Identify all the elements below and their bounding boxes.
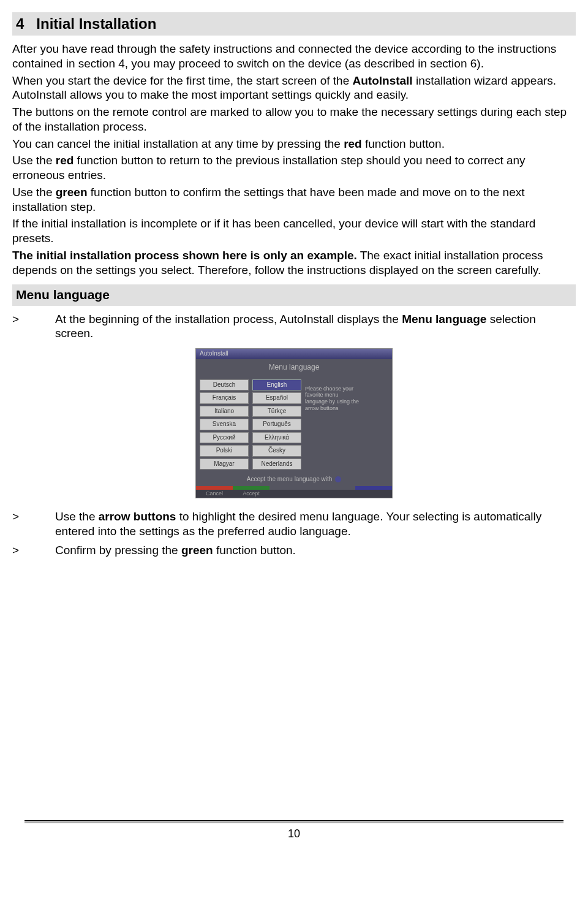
- body-paragraph: After you have read through the safety i…: [12, 42, 576, 71]
- text-run: When you start the device for the first …: [12, 74, 352, 87]
- screenshot-box: AutoInstall Menu language Deutsch França…: [195, 348, 393, 498]
- text-run: You can cancel the initial installation …: [12, 137, 344, 150]
- language-option: Italiano: [200, 406, 249, 417]
- body-paragraph: The initial installation process shown h…: [12, 248, 576, 278]
- body-paragraph: You can cancel the initial installation …: [12, 137, 576, 151]
- text-run: Use the: [55, 510, 99, 523]
- language-option: Türkçe: [252, 406, 301, 417]
- step-item: > Use the arrow buttons to highlight the…: [12, 509, 576, 539]
- language-option: Nederlands: [252, 459, 301, 470]
- text-run: function button.: [362, 137, 445, 150]
- screenshot-button-labels: Cancel Accept: [196, 490, 392, 498]
- section-heading: 4Initial Installation: [12, 12, 576, 36]
- bold-sentence: The initial installation process shown h…: [12, 249, 357, 262]
- embedded-screenshot: AutoInstall Menu language Deutsch França…: [12, 348, 576, 498]
- text-run: Accept the menu language with: [247, 476, 333, 482]
- bold-term: AutoInstall: [352, 74, 412, 87]
- screenshot-header: Menu language: [196, 359, 392, 376]
- body-paragraph: The buttons on the remote control are ma…: [12, 105, 576, 134]
- step-marker: >: [12, 543, 55, 558]
- text-run: function button to return to the previou…: [12, 154, 526, 181]
- text-run: At the beginning of the installation pro…: [55, 313, 402, 325]
- bold-term: arrow buttons: [99, 510, 176, 523]
- language-option: Svenska: [200, 419, 249, 430]
- text-run: function button.: [213, 544, 296, 557]
- bold-term: red: [56, 154, 74, 167]
- blue-label: [355, 490, 392, 498]
- language-column-2: English Español Türkçe Português Ελληνικ…: [252, 379, 301, 470]
- bold-term: green: [56, 186, 88, 199]
- step-text: Use the arrow buttons to highlight the d…: [55, 509, 576, 539]
- language-option: Français: [200, 392, 249, 404]
- step-marker: >: [12, 509, 55, 539]
- bold-term: green: [181, 544, 213, 557]
- language-option: Deutsch: [200, 379, 249, 391]
- screenshot-body: Deutsch Français Italiano Svenska Русски…: [196, 376, 392, 474]
- language-option-selected: English: [252, 379, 301, 391]
- label-spacer: [270, 490, 355, 498]
- text-run: Use the: [12, 186, 56, 199]
- text-run: Use the: [12, 154, 56, 167]
- step-item: > At the beginning of the installation p…: [12, 312, 576, 341]
- section-number: 4: [16, 15, 24, 32]
- language-option: Česky: [252, 445, 301, 457]
- step-marker: >: [12, 312, 55, 341]
- page-number: 10: [12, 827, 576, 841]
- language-option: Русский: [200, 432, 249, 444]
- section-title: Initial Installation: [36, 15, 156, 32]
- screenshot-footer: Accept the menu language with: [196, 473, 392, 486]
- language-option: Ελληνικά: [252, 432, 301, 444]
- step-item: > Confirm by pressing the green function…: [12, 543, 576, 558]
- footer-rule: [24, 820, 564, 823]
- body-paragraph: When you start the device for the first …: [12, 74, 576, 103]
- text-run: Confirm by pressing the: [55, 544, 181, 557]
- bold-term: Menu language: [402, 313, 486, 325]
- bold-term: red: [344, 137, 362, 150]
- body-paragraph: Use the red function button to return to…: [12, 153, 576, 183]
- ok-icon: [335, 476, 341, 482]
- body-paragraph: If the initial installation is incomplet…: [12, 216, 576, 246]
- language-option: Polski: [200, 445, 249, 457]
- step-text: At the beginning of the installation pro…: [55, 312, 576, 341]
- language-column-1: Deutsch Français Italiano Svenska Русски…: [200, 379, 249, 470]
- language-option: Português: [252, 419, 301, 430]
- screenshot-hint: Please choose your favorite menu languag…: [305, 379, 361, 470]
- cancel-label: Cancel: [196, 490, 233, 498]
- language-option: Magyar: [200, 459, 249, 470]
- text-run: function button to confirm the settings …: [12, 186, 525, 213]
- language-option: Español: [252, 392, 301, 404]
- subsection-heading: Menu language: [12, 284, 576, 305]
- screenshot-titlebar: AutoInstall: [196, 349, 392, 359]
- body-paragraph: Use the green function button to confirm…: [12, 185, 576, 215]
- accept-label: Accept: [233, 490, 270, 498]
- empty-space: [12, 563, 576, 820]
- step-text: Confirm by pressing the green function b…: [55, 543, 576, 558]
